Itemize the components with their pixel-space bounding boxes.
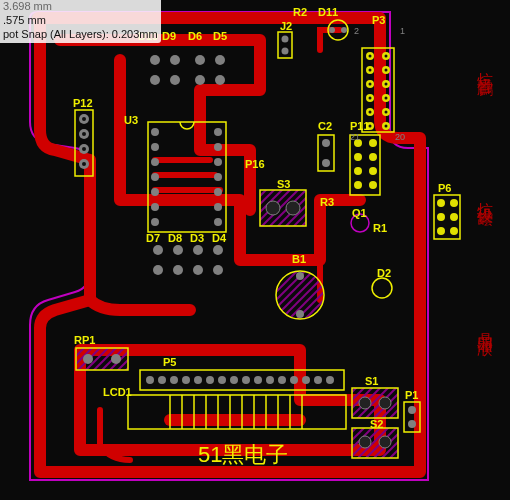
pcb-svg [0, 0, 510, 500]
desig-c2: C2 [318, 120, 332, 132]
svg-point-65 [213, 265, 223, 275]
svg-point-106 [372, 278, 392, 298]
desig-q1: Q1 [352, 207, 367, 219]
svg-point-108 [83, 354, 93, 364]
svg-point-85 [282, 36, 289, 43]
desig-p11: P11 [350, 120, 370, 132]
svg-point-51 [150, 75, 160, 85]
svg-point-58 [153, 245, 163, 255]
desig-p3: P3 [372, 14, 385, 26]
vtext-1: 炕音鵬 [474, 60, 495, 72]
svg-point-14 [385, 55, 388, 58]
pcb-canvas[interactable]: R2 D11 P3 D10 D9 D6 D5 J2 P12 U3 C2 P11 … [0, 0, 510, 500]
svg-point-117 [218, 376, 226, 384]
desig-p5: P5 [163, 356, 176, 368]
svg-point-78 [214, 203, 222, 211]
svg-point-102 [379, 436, 391, 448]
svg-point-112 [158, 376, 166, 384]
svg-point-123 [290, 376, 298, 384]
status-line1: 3.698 mm [3, 0, 158, 14]
desig-j2: J2 [280, 20, 292, 32]
svg-point-116 [206, 376, 214, 384]
svg-point-50 [150, 55, 160, 65]
svg-point-119 [242, 376, 250, 384]
svg-point-70 [214, 143, 222, 151]
svg-point-61 [173, 265, 183, 275]
desig-s1: S1 [365, 375, 378, 387]
svg-point-17 [369, 83, 372, 86]
svg-point-72 [214, 158, 222, 166]
desig-lcd1: LCD1 [103, 386, 132, 398]
svg-point-68 [214, 128, 222, 136]
svg-point-76 [214, 188, 222, 196]
desig-s3: S3 [277, 178, 290, 190]
status-line2: .575 mm [3, 14, 158, 28]
desig-s2: S2 [370, 418, 383, 430]
svg-point-91 [266, 201, 280, 215]
svg-point-24 [385, 125, 388, 128]
svg-point-40 [450, 227, 458, 235]
svg-point-86 [282, 48, 289, 55]
svg-point-47 [82, 147, 86, 151]
status-overlay: 3.698 mm .575 mm pot Snap (All Layers): … [0, 0, 161, 43]
svg-point-37 [437, 213, 445, 221]
svg-point-125 [314, 376, 322, 384]
svg-point-30 [354, 167, 362, 175]
desig-d3: D3 [190, 232, 204, 244]
svg-point-111 [146, 376, 154, 384]
desig-p16: P16 [245, 158, 265, 170]
desig-r1: R1 [373, 222, 387, 234]
svg-point-101 [359, 436, 371, 448]
svg-point-95 [296, 272, 304, 280]
svg-point-49 [82, 162, 86, 166]
svg-point-29 [369, 153, 377, 161]
desig-d9: D9 [162, 30, 176, 42]
svg-point-35 [437, 199, 445, 207]
svg-point-13 [369, 55, 372, 58]
svg-point-38 [450, 213, 458, 221]
svg-point-21 [369, 111, 372, 114]
svg-point-19 [369, 97, 372, 100]
desig-d8: D8 [168, 232, 182, 244]
svg-point-32 [354, 181, 362, 189]
svg-point-124 [302, 376, 310, 384]
desig-u3: U3 [124, 114, 138, 126]
pin-20: 20 [395, 132, 405, 142]
desig-d6: D6 [188, 30, 202, 42]
svg-point-69 [151, 143, 159, 151]
svg-point-75 [151, 188, 159, 196]
svg-point-122 [278, 376, 286, 384]
svg-point-22 [385, 111, 388, 114]
svg-point-28 [354, 153, 362, 161]
svg-point-16 [385, 69, 388, 72]
desig-d5: D5 [213, 30, 227, 42]
svg-point-54 [195, 55, 205, 65]
pin-1: 1 [400, 26, 405, 36]
desig-p1: P1 [405, 389, 418, 401]
svg-point-33 [369, 181, 377, 189]
svg-point-88 [322, 139, 330, 147]
svg-point-15 [369, 69, 372, 72]
svg-point-62 [193, 245, 203, 255]
svg-point-71 [151, 158, 159, 166]
desig-d4: D4 [212, 232, 226, 244]
svg-point-113 [170, 376, 178, 384]
svg-point-63 [193, 265, 203, 275]
svg-point-80 [214, 218, 222, 226]
svg-point-64 [213, 245, 223, 255]
svg-point-99 [379, 397, 391, 409]
svg-point-120 [254, 376, 262, 384]
svg-point-39 [437, 227, 445, 235]
svg-point-79 [151, 218, 159, 226]
svg-point-57 [215, 75, 225, 85]
svg-point-73 [151, 173, 159, 181]
svg-point-115 [194, 376, 202, 384]
pin-2: 2 [354, 26, 359, 36]
svg-point-27 [369, 139, 377, 147]
desig-d7: D7 [146, 232, 160, 244]
svg-point-104 [408, 406, 416, 414]
silk-bottom-text: 51黑电子 [198, 440, 288, 470]
svg-point-55 [195, 75, 205, 85]
desig-rp1: RP1 [74, 334, 95, 346]
status-line3: pot Snap (All Layers): 0.203mm [3, 28, 158, 42]
